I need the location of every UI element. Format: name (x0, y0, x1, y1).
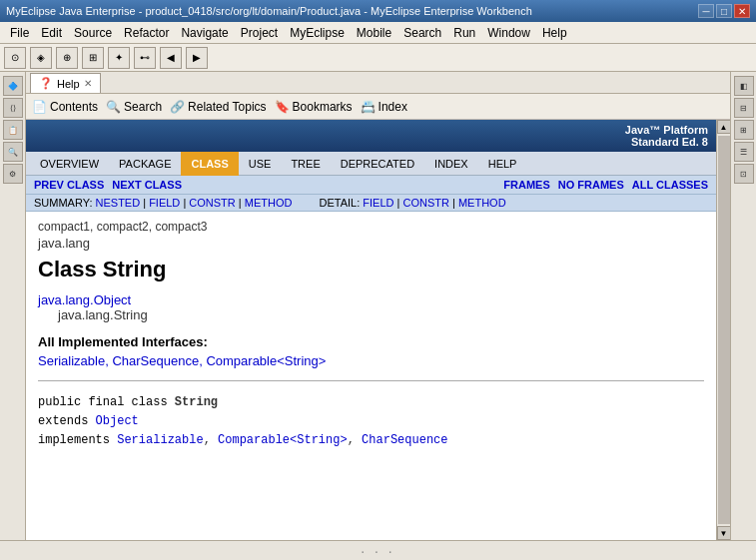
comma2: , (348, 433, 362, 447)
serializable-impl-link[interactable]: Serializable (117, 433, 203, 447)
right-sidebar: ◧ ⊟ ⊞ ☰ ⊡ (730, 72, 756, 540)
toolbar-btn-8[interactable]: ▶ (186, 47, 208, 69)
javadoc-tabs: OVERVIEW PACKAGE CLASS USE TREE DEPRECAT… (26, 152, 716, 176)
help-nav-search[interactable]: 🔍 Search (106, 100, 162, 114)
scroll-up-arrow[interactable]: ▲ (717, 120, 731, 134)
sidebar-icon-1[interactable]: 🔷 (3, 76, 23, 96)
inheritance-tree: java.lang.Object java.lang.String (38, 292, 704, 322)
toolbar-btn-1[interactable]: ⊙ (4, 47, 26, 69)
javadoc-content: compact1, compact2, compact3 java.lang C… (26, 212, 716, 540)
sidebar-icon-4[interactable]: 🔍 (3, 142, 23, 162)
interfaces-list: Serializable, CharSequence, Comparable<S… (38, 353, 704, 368)
right-icon-5[interactable]: ⊡ (734, 164, 754, 184)
javadoc-title-line1: Java™ Platform (625, 124, 708, 136)
menu-mobile[interactable]: Mobile (351, 24, 397, 42)
menu-edit[interactable]: Edit (35, 24, 68, 42)
javadoc-tab-tree[interactable]: TREE (281, 152, 330, 176)
scroll-thumb[interactable] (718, 136, 730, 524)
sidebar-icon-3[interactable]: 📋 (3, 120, 23, 140)
scroll-down-arrow[interactable]: ▼ (717, 526, 731, 540)
index-label: Index (378, 100, 407, 114)
no-frames-link[interactable]: NO FRAMES (558, 179, 624, 191)
javadoc-tab-help[interactable]: HELP (478, 152, 527, 176)
javadoc-tab-deprecated[interactable]: DEPRECATED (331, 152, 424, 176)
menu-window[interactable]: Window (481, 24, 536, 42)
toolbar-btn-4[interactable]: ⊞ (82, 47, 104, 69)
sidebar-icon-5[interactable]: ⚙ (3, 164, 23, 184)
javadoc-tab-index[interactable]: INDEX (424, 152, 478, 176)
class-nav-bar: PREV CLASS NEXT CLASS FRAMES NO FRAMES A… (26, 176, 716, 195)
bookmarks-label: Bookmarks (293, 100, 353, 114)
javadoc-tab-class[interactable]: CLASS (181, 152, 238, 176)
related-label: Related Topics (188, 100, 267, 114)
toolbar-btn-6[interactable]: ⊷ (134, 47, 156, 69)
constr-link[interactable]: CONSTR (189, 197, 235, 209)
javadoc-area: Java™ Platform Standard Ed. 8 OVERVIEW P… (26, 120, 730, 540)
next-class-link[interactable]: NEXT CLASS (112, 179, 182, 191)
help-tab-label: Help (57, 78, 80, 90)
charsequence-link[interactable]: CharSequence (112, 353, 199, 368)
status-bar: · · · (0, 540, 756, 560)
frames-link[interactable]: FRAMES (503, 179, 549, 191)
detail-method-link[interactable]: METHOD (458, 197, 506, 209)
comparable-link[interactable]: Comparable<String> (206, 353, 326, 368)
right-icon-3[interactable]: ⊞ (734, 120, 754, 140)
toolbar-btn-7[interactable]: ◀ (160, 47, 182, 69)
menu-file[interactable]: File (4, 24, 35, 42)
javadoc-header: Java™ Platform Standard Ed. 8 (26, 120, 716, 152)
toolbar-btn-3[interactable]: ⊕ (56, 47, 78, 69)
right-icon-1[interactable]: ◧ (734, 76, 754, 96)
content-area: ❓ Help ✕ 📄 Contents 🔍 Search 🔗 Related T… (26, 72, 730, 540)
help-nav-bookmarks[interactable]: 🔖 Bookmarks (275, 100, 353, 114)
toolbar-btn-2[interactable]: ◈ (30, 47, 52, 69)
help-nav-contents[interactable]: 📄 Contents (32, 100, 98, 114)
comparable-impl-link[interactable]: Comparable<String> (218, 433, 348, 447)
menu-project[interactable]: Project (235, 24, 284, 42)
title-bar: MyEclipse Java Enterprise - product_0418… (0, 0, 756, 22)
class-title: Class String (38, 257, 704, 282)
help-tab[interactable]: ❓ Help ✕ (30, 73, 101, 93)
toolbar-btn-5[interactable]: ✦ (108, 47, 130, 69)
vertical-scrollbar[interactable]: ▲ ▼ (716, 120, 730, 540)
menu-myeclipse[interactable]: MyEclipse (284, 24, 351, 42)
help-tab-close[interactable]: ✕ (84, 78, 92, 89)
string-class-name: String (175, 395, 218, 409)
close-button[interactable]: ✕ (734, 4, 750, 18)
minimize-button[interactable]: ─ (698, 4, 714, 18)
menu-search[interactable]: Search (397, 24, 447, 42)
prev-class-link[interactable]: PREV CLASS (34, 179, 104, 191)
menu-refactor[interactable]: Refactor (118, 24, 175, 42)
object-extends-link[interactable]: Object (96, 414, 139, 428)
menu-help[interactable]: Help (536, 24, 573, 42)
sidebar-icon-2[interactable]: ⟨⟩ (3, 98, 23, 118)
field-link[interactable]: FIELD (149, 197, 180, 209)
right-icon-4[interactable]: ☰ (734, 142, 754, 162)
package-text: java.lang (38, 236, 704, 251)
menu-run[interactable]: Run (447, 24, 481, 42)
javadoc-tab-package[interactable]: PACKAGE (109, 152, 181, 176)
method-link[interactable]: METHOD (245, 197, 293, 209)
help-nav-index[interactable]: 📇 Index (361, 100, 407, 114)
javadoc-tab-overview[interactable]: OVERVIEW (30, 152, 109, 176)
nested-link[interactable]: NESTED (96, 197, 141, 209)
related-icon: 🔗 (170, 100, 185, 114)
contents-icon: 📄 (32, 100, 47, 114)
menu-source[interactable]: Source (68, 24, 118, 42)
menu-navigate[interactable]: Navigate (175, 24, 234, 42)
maximize-button[interactable]: □ (716, 4, 732, 18)
public-kw: public final class (38, 395, 175, 409)
right-icon-2[interactable]: ⊟ (734, 98, 754, 118)
search-label: Search (124, 100, 162, 114)
detail-label: DETAIL: (319, 197, 363, 209)
javadoc-header-spacer (34, 130, 37, 142)
charsequence-impl-link[interactable]: CharSequence (362, 433, 447, 447)
main-layout: 🔷 ⟨⟩ 📋 🔍 ⚙ ❓ Help ✕ 📄 Contents 🔍 Search (0, 72, 756, 540)
all-classes-link[interactable]: ALL CLASSES (632, 179, 708, 191)
javadoc-tab-use[interactable]: USE (239, 152, 282, 176)
serializable-link[interactable]: Serializable (38, 353, 105, 368)
detail-constr-link[interactable]: CONSTR (402, 197, 448, 209)
object-link[interactable]: java.lang.Object (38, 292, 131, 307)
detail-field-link[interactable]: FIELD (363, 197, 393, 209)
help-nav-related[interactable]: 🔗 Related Topics (170, 100, 267, 114)
javadoc-title-line2: Standard Ed. 8 (625, 136, 708, 148)
